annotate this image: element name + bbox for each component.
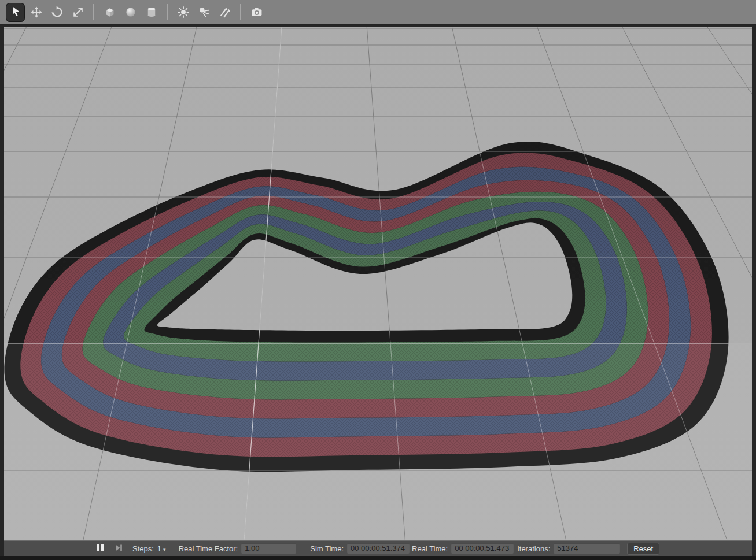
scale-tool-button[interactable] (68, 3, 87, 22)
real-time-field[interactable]: 00 00:00:51.473 (451, 543, 514, 554)
iterations-label: Iterations: (517, 544, 550, 553)
sphere-icon (124, 6, 137, 18)
steps-label: Steps: (132, 544, 154, 553)
move-arrows-icon (30, 6, 43, 18)
sim-time-label: Sim Time: (310, 544, 344, 553)
toolbar-separator (93, 4, 94, 20)
cylinder-icon (145, 6, 158, 18)
toolbar-separator (167, 4, 168, 20)
point-light-button[interactable] (174, 3, 193, 22)
window-bottom-edge (0, 556, 756, 560)
directional-light-icon (219, 6, 231, 18)
steps-value[interactable]: 1 (157, 544, 161, 553)
scene-canvas (4, 27, 752, 540)
directional-light-button[interactable] (215, 3, 234, 22)
insert-box-button[interactable] (100, 3, 119, 22)
translate-tool-button[interactable] (27, 3, 46, 22)
insert-cylinder-button[interactable] (142, 3, 161, 22)
spot-light-icon (198, 6, 211, 18)
screenshot-button[interactable] (247, 3, 266, 22)
camera-icon (250, 6, 263, 18)
spot-light-button[interactable] (194, 3, 213, 22)
sun-icon (177, 6, 190, 18)
insert-sphere-button[interactable] (121, 3, 140, 22)
real-time-label: Real Time: (412, 544, 448, 553)
real-time-factor-field[interactable]: 1.00 (241, 543, 296, 554)
rotate-tool-button[interactable] (47, 3, 67, 22)
gazebo-window: { "toolbar": { "tools": [ {"name": "sele… (0, 0, 756, 560)
iterations-field[interactable]: 51374 (554, 543, 620, 554)
rotate-arrows-icon (51, 6, 64, 18)
sim-time-field[interactable]: 00 00:00:51.374 (347, 543, 410, 554)
toolbar-separator (240, 4, 241, 20)
steps-dropdown-chevron-icon[interactable]: ▾ (163, 547, 166, 552)
pause-button[interactable] (95, 544, 105, 553)
select-tool-button[interactable] (6, 3, 25, 22)
reset-button[interactable]: Reset (627, 543, 659, 555)
box-icon (104, 6, 116, 18)
cursor-arrow-icon (9, 6, 22, 18)
step-button[interactable] (114, 543, 123, 554)
simulation-status-bar: Steps: 1 ▾ Real Time Factor: 1.00 Sim Ti… (4, 540, 752, 556)
scale-arrows-icon (72, 6, 84, 18)
step-forward-icon (114, 543, 123, 554)
real-time-factor-label: Real Time Factor: (179, 544, 238, 553)
viewport-3d[interactable] (4, 27, 752, 540)
pause-icon (95, 544, 105, 553)
toolbar (0, 0, 756, 25)
